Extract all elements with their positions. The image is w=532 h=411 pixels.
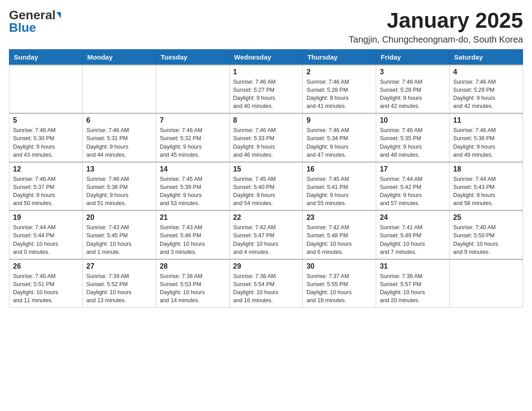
calendar-day-15: 15Sunrise: 7:45 AMSunset: 5:40 PMDayligh… — [229, 162, 303, 211]
calendar-day-22: 22Sunrise: 7:42 AMSunset: 5:47 PMDayligh… — [229, 210, 303, 259]
logo-general-text: General — [9, 9, 56, 21]
day-info: Sunrise: 7:36 AMSunset: 5:57 PMDaylight:… — [380, 272, 446, 305]
day-number: 31 — [380, 262, 446, 270]
day-info: Sunrise: 7:46 AMSunset: 5:37 PMDaylight:… — [13, 175, 79, 208]
day-info: Sunrise: 7:44 AMSunset: 5:44 PMDaylight:… — [13, 223, 79, 256]
calendar-day-2: 2Sunrise: 7:46 AMSunset: 5:28 PMDaylight… — [303, 65, 376, 114]
day-info: Sunrise: 7:44 AMSunset: 5:43 PMDaylight:… — [453, 175, 519, 208]
calendar-header-monday: Monday — [82, 49, 156, 65]
day-number: 5 — [13, 116, 79, 124]
day-number: 10 — [380, 116, 446, 124]
day-info: Sunrise: 7:45 AMSunset: 5:40 PMDaylight:… — [233, 175, 299, 208]
calendar-header-wednesday: Wednesday — [229, 49, 303, 65]
calendar-header-thursday: Thursday — [303, 49, 376, 65]
day-number: 14 — [160, 165, 226, 173]
day-info: Sunrise: 7:46 AMSunset: 5:38 PMDaylight:… — [86, 175, 152, 208]
day-info: Sunrise: 7:44 AMSunset: 5:42 PMDaylight:… — [380, 175, 446, 208]
calendar-day-23: 23Sunrise: 7:42 AMSunset: 5:48 PMDayligh… — [303, 210, 376, 259]
day-number: 9 — [306, 116, 372, 124]
day-number: 28 — [160, 262, 226, 270]
day-info: Sunrise: 7:46 AMSunset: 5:35 PMDaylight:… — [380, 126, 446, 159]
day-info: Sunrise: 7:46 AMSunset: 5:30 PMDaylight:… — [13, 126, 79, 159]
calendar-table: SundayMondayTuesdayWednesdayThursdayFrid… — [9, 49, 523, 308]
calendar-header-sunday: Sunday — [9, 49, 83, 65]
day-info: Sunrise: 7:46 AMSunset: 5:34 PMDaylight:… — [306, 126, 372, 159]
calendar-header-friday: Friday — [376, 49, 450, 65]
day-number: 13 — [86, 165, 152, 173]
day-number: 7 — [160, 116, 226, 124]
calendar-week-row: 12Sunrise: 7:46 AMSunset: 5:37 PMDayligh… — [9, 162, 523, 211]
day-number: 25 — [453, 214, 519, 222]
day-number: 24 — [380, 214, 446, 222]
day-number: 12 — [13, 165, 79, 173]
day-info: Sunrise: 7:38 AMSunset: 5:54 PMDaylight:… — [233, 272, 299, 305]
day-info: Sunrise: 7:46 AMSunset: 5:29 PMDaylight:… — [453, 78, 519, 111]
calendar-empty-cell — [82, 65, 156, 114]
calendar-day-8: 8Sunrise: 7:46 AMSunset: 5:33 PMDaylight… — [229, 113, 303, 162]
calendar-day-31: 31Sunrise: 7:36 AMSunset: 5:57 PMDayligh… — [376, 259, 450, 308]
day-number: 26 — [13, 262, 79, 270]
logo: General Blue — [9, 9, 61, 34]
calendar-day-1: 1Sunrise: 7:46 AMSunset: 5:27 PMDaylight… — [229, 65, 303, 114]
calendar-day-27: 27Sunrise: 7:39 AMSunset: 5:52 PMDayligh… — [82, 259, 156, 308]
day-info: Sunrise: 7:46 AMSunset: 5:36 PMDaylight:… — [453, 126, 519, 159]
day-number: 29 — [233, 262, 299, 270]
subtitle: Tangjin, Chungcheongnam-do, South Korea — [349, 34, 523, 45]
day-info: Sunrise: 7:41 AMSunset: 5:49 PMDaylight:… — [380, 223, 446, 256]
calendar-header-saturday: Saturday — [450, 49, 523, 65]
day-number: 4 — [453, 68, 519, 76]
calendar-day-3: 3Sunrise: 7:46 AMSunset: 5:28 PMDaylight… — [376, 65, 450, 114]
day-number: 11 — [453, 116, 519, 124]
calendar-day-29: 29Sunrise: 7:38 AMSunset: 5:54 PMDayligh… — [229, 259, 303, 308]
calendar-header-row: SundayMondayTuesdayWednesdayThursdayFrid… — [9, 49, 523, 65]
day-number: 27 — [86, 262, 152, 270]
day-info: Sunrise: 7:40 AMSunset: 5:50 PMDaylight:… — [453, 223, 519, 256]
day-info: Sunrise: 7:46 AMSunset: 5:28 PMDaylight:… — [306, 78, 372, 111]
day-number: 30 — [306, 262, 372, 270]
day-info: Sunrise: 7:37 AMSunset: 5:55 PMDaylight:… — [306, 272, 372, 305]
calendar-week-row: 26Sunrise: 7:40 AMSunset: 5:51 PMDayligh… — [9, 259, 523, 308]
day-info: Sunrise: 7:43 AMSunset: 5:45 PMDaylight:… — [86, 223, 152, 256]
day-info: Sunrise: 7:45 AMSunset: 5:41 PMDaylight:… — [306, 175, 372, 208]
calendar-day-17: 17Sunrise: 7:44 AMSunset: 5:42 PMDayligh… — [376, 162, 450, 211]
calendar-day-5: 5Sunrise: 7:46 AMSunset: 5:30 PMDaylight… — [9, 113, 83, 162]
calendar-day-11: 11Sunrise: 7:46 AMSunset: 5:36 PMDayligh… — [450, 113, 523, 162]
calendar-day-25: 25Sunrise: 7:40 AMSunset: 5:50 PMDayligh… — [450, 210, 523, 259]
calendar-day-19: 19Sunrise: 7:44 AMSunset: 5:44 PMDayligh… — [9, 210, 83, 259]
calendar-empty-cell — [450, 259, 523, 308]
day-info: Sunrise: 7:45 AMSunset: 5:39 PMDaylight:… — [160, 175, 226, 208]
day-info: Sunrise: 7:46 AMSunset: 5:31 PMDaylight:… — [86, 126, 152, 159]
calendar-week-row: 1Sunrise: 7:46 AMSunset: 5:27 PMDaylight… — [9, 65, 523, 114]
calendar-day-26: 26Sunrise: 7:40 AMSunset: 5:51 PMDayligh… — [9, 259, 83, 308]
calendar-day-12: 12Sunrise: 7:46 AMSunset: 5:37 PMDayligh… — [9, 162, 83, 211]
day-number: 17 — [380, 165, 446, 173]
logo-blue-text: Blue — [9, 21, 36, 34]
calendar-day-20: 20Sunrise: 7:43 AMSunset: 5:45 PMDayligh… — [82, 210, 156, 259]
day-number: 21 — [160, 214, 226, 222]
calendar-week-row: 19Sunrise: 7:44 AMSunset: 5:44 PMDayligh… — [9, 210, 523, 259]
day-number: 2 — [306, 68, 372, 76]
day-number: 3 — [380, 68, 446, 76]
calendar-empty-cell — [9, 65, 83, 114]
day-number: 22 — [233, 214, 299, 222]
day-info: Sunrise: 7:46 AMSunset: 5:33 PMDaylight:… — [233, 126, 299, 159]
logo-triangle-icon — [56, 12, 61, 18]
day-info: Sunrise: 7:43 AMSunset: 5:46 PMDaylight:… — [160, 223, 226, 256]
calendar-day-7: 7Sunrise: 7:46 AMSunset: 5:32 PMDaylight… — [156, 113, 229, 162]
calendar-day-13: 13Sunrise: 7:46 AMSunset: 5:38 PMDayligh… — [82, 162, 156, 211]
day-number: 19 — [13, 214, 79, 222]
calendar-day-21: 21Sunrise: 7:43 AMSunset: 5:46 PMDayligh… — [156, 210, 229, 259]
calendar-day-18: 18Sunrise: 7:44 AMSunset: 5:43 PMDayligh… — [450, 162, 523, 211]
day-info: Sunrise: 7:39 AMSunset: 5:52 PMDaylight:… — [86, 272, 152, 305]
day-number: 20 — [86, 214, 152, 222]
day-number: 6 — [86, 116, 152, 124]
day-info: Sunrise: 7:40 AMSunset: 5:51 PMDaylight:… — [13, 272, 79, 305]
calendar-day-24: 24Sunrise: 7:41 AMSunset: 5:49 PMDayligh… — [376, 210, 450, 259]
calendar-day-9: 9Sunrise: 7:46 AMSunset: 5:34 PMDaylight… — [303, 113, 376, 162]
calendar-header-tuesday: Tuesday — [156, 49, 229, 65]
calendar-day-16: 16Sunrise: 7:45 AMSunset: 5:41 PMDayligh… — [303, 162, 376, 211]
day-number: 16 — [306, 165, 372, 173]
day-info: Sunrise: 7:46 AMSunset: 5:32 PMDaylight:… — [160, 126, 226, 159]
day-info: Sunrise: 7:38 AMSunset: 5:53 PMDaylight:… — [160, 272, 226, 305]
day-info: Sunrise: 7:46 AMSunset: 5:27 PMDaylight:… — [233, 78, 299, 111]
